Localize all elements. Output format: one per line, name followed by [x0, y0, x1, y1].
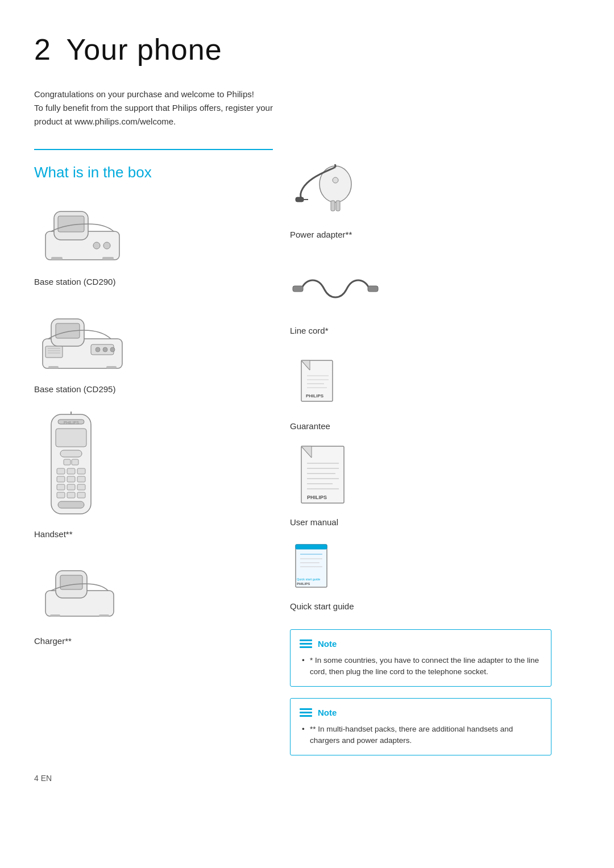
svg-rect-29: [67, 468, 75, 474]
svg-rect-19: [106, 366, 117, 368]
user-manual-image: PHILIPS: [290, 449, 392, 512]
svg-rect-47: [331, 201, 335, 211]
svg-rect-33: [77, 476, 85, 482]
item-charger: Charger**: [34, 556, 273, 648]
note-text-1: * In some countries, you have to connect…: [300, 655, 542, 678]
note-icon-2: [300, 708, 312, 717]
page-title: 2 Your phone: [34, 27, 580, 72]
svg-rect-14: [45, 346, 63, 358]
page-footer: 4 EN: [34, 773, 580, 784]
chapter-number: 2: [34, 33, 51, 66]
svg-rect-3: [51, 257, 63, 260]
svg-rect-30: [77, 468, 85, 474]
svg-rect-44: [50, 614, 60, 617]
svg-rect-32: [67, 476, 75, 482]
guarantee-image: PHILIPS: [290, 353, 392, 416]
svg-rect-18: [48, 366, 59, 368]
svg-text:PHILIPS: PHILIPS: [297, 582, 310, 585]
base-cd290-image: [34, 197, 136, 271]
svg-point-11: [96, 347, 100, 352]
note-title-2: Note: [318, 707, 337, 720]
svg-rect-37: [57, 492, 65, 498]
guarantee-label: Guarantee: [290, 420, 580, 433]
user-manual-label: User manual: [290, 516, 580, 529]
svg-rect-4: [102, 257, 114, 260]
charger-label: Charger**: [34, 635, 273, 648]
line-cord-label: Line cord*: [290, 325, 580, 338]
svg-rect-52: [293, 286, 303, 292]
svg-rect-26: [64, 459, 70, 465]
svg-point-5: [93, 242, 100, 249]
quick-start-label: Quick start guide: [290, 600, 580, 613]
section-title: What is in the box: [34, 161, 273, 184]
svg-rect-48: [336, 201, 340, 211]
handset-label: Handset**: [34, 528, 273, 541]
note-text-2: ** In multi-handset packs, there are add…: [300, 724, 542, 747]
note-title-1: Note: [318, 638, 337, 651]
svg-point-12: [103, 347, 107, 352]
svg-rect-31: [57, 476, 65, 482]
note-box-2: Note ** In multi-handset packs, there ar…: [290, 698, 551, 755]
svg-rect-25: [60, 450, 82, 457]
intro-paragraph: Congratulations on your purchase and wel…: [34, 88, 273, 128]
item-guarantee: PHILIPS Guarantee: [290, 353, 580, 433]
base-cd290-label: Base station (CD290): [34, 276, 273, 289]
svg-rect-43: [60, 575, 82, 589]
svg-rect-53: [368, 286, 378, 292]
item-base-cd295: Base station (CD295): [34, 305, 273, 396]
svg-point-6: [103, 242, 110, 249]
item-base-cd290: Base station (CD290): [34, 197, 273, 289]
svg-point-51: [333, 177, 338, 183]
svg-rect-49: [296, 197, 304, 202]
svg-rect-36: [77, 484, 85, 490]
svg-text:PHILIPS: PHILIPS: [64, 421, 79, 425]
svg-rect-35: [67, 484, 75, 490]
svg-rect-34: [57, 484, 65, 490]
item-handset: PHILIPS: [34, 412, 273, 541]
handset-image: PHILIPS: [34, 412, 273, 524]
charger-image: [34, 556, 136, 630]
power-adapter-label: Power adapter**: [290, 229, 580, 242]
item-quick-start: Quick start guide PHILIPS Quick start gu…: [290, 545, 580, 613]
note-box-1: Note * In some countries, you have to co…: [290, 629, 551, 687]
svg-rect-27: [72, 459, 78, 465]
svg-rect-73: [296, 545, 327, 549]
svg-rect-38: [67, 492, 75, 498]
base-cd295-label: Base station (CD295): [34, 383, 273, 396]
svg-rect-39: [77, 492, 85, 498]
svg-rect-22: [56, 429, 86, 447]
title-text: Your phone: [66, 33, 222, 66]
note-header-1: Note: [300, 638, 542, 651]
item-power-adapter: Power adapter**: [290, 161, 580, 242]
quick-start-image: Quick start guide PHILIPS: [290, 545, 392, 596]
svg-text:Quick start guide: Quick start guide: [297, 578, 320, 581]
svg-rect-45: [99, 614, 109, 617]
base-cd295-image: [34, 305, 136, 379]
note-icon-1: [300, 639, 312, 648]
line-cord-image: [290, 258, 392, 320]
svg-text:PHILIPS: PHILIPS: [307, 495, 327, 500]
svg-rect-28: [57, 468, 65, 474]
svg-point-13: [110, 347, 115, 352]
item-line-cord: Line cord*: [290, 258, 580, 338]
svg-text:PHILIPS: PHILIPS: [306, 393, 324, 398]
note-header-2: Note: [300, 707, 542, 720]
power-adapter-image: [290, 161, 392, 224]
svg-rect-40: [58, 501, 84, 508]
item-user-manual: PHILIPS User manual: [290, 449, 580, 529]
section-divider: [34, 149, 273, 150]
